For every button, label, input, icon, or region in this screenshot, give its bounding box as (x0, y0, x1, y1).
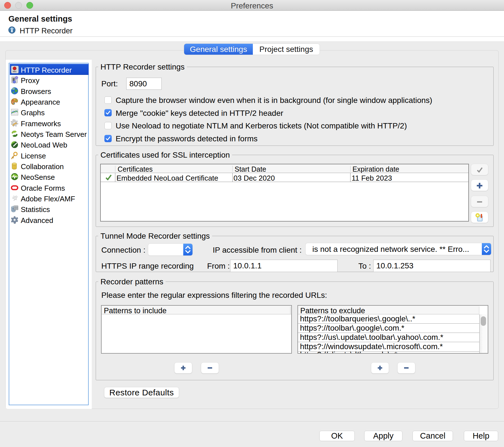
svg-text:REC: REC (13, 71, 17, 72)
